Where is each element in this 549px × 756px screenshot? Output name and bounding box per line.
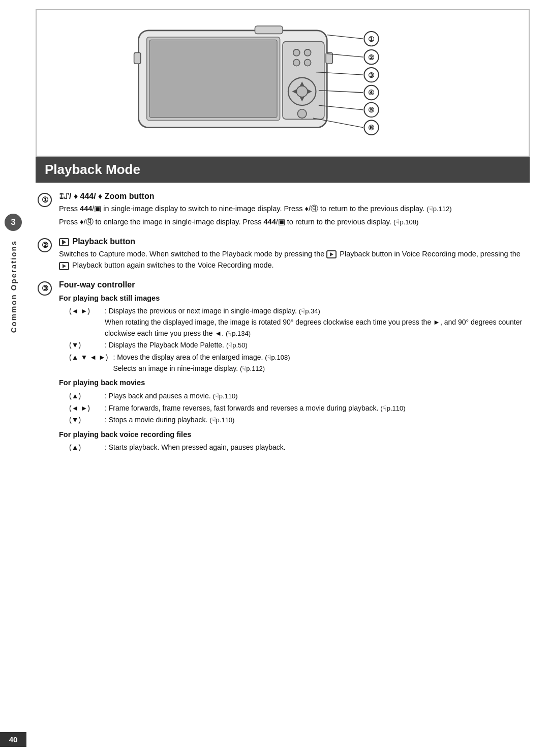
playback-inline-icon-1	[326, 250, 337, 258]
svg-rect-2	[149, 40, 277, 118]
sub-item-desc-stop: : Stops a movie during playback. (☟p.110…	[105, 415, 234, 426]
sub-item-desc-frame: : Frame forwards, frame reverses, fast f…	[105, 403, 406, 414]
section-item-playback: ② Playback button Switches to Capture mo…	[38, 237, 528, 273]
item-title-fourway: Four-way controller	[59, 280, 528, 289]
svg-text:⑥: ⑥	[368, 124, 375, 132]
section-item-fourway: ③ Four-way controller For playing back s…	[38, 280, 528, 454]
play-triangle-icon	[62, 240, 66, 245]
sub-item-all: (▲ ▼ ◄ ►) : Moves the display area of th…	[59, 352, 528, 374]
sub-heading-still: For playing back still images	[59, 293, 528, 304]
svg-point-14	[297, 109, 306, 118]
sub-item-voice-play: (▲) : Starts playback. When pressed agai…	[59, 442, 528, 453]
sidebar-chapter-label: Common Operations	[9, 240, 18, 333]
sub-item-key-down: (▼)	[69, 340, 100, 351]
sub-item-desc-all: : Moves the display area of the enlarged…	[113, 352, 290, 374]
item-body-playback: Playback button Switches to Capture mode…	[59, 237, 528, 273]
sidebar-chapter-number: 3	[5, 214, 22, 231]
svg-point-7	[304, 60, 311, 66]
item-title-zoom: ⑄⑀/ ♦ 444/ ♦ Zoom button	[59, 192, 528, 201]
sub-item-key-frame: (◄ ►)	[69, 403, 100, 414]
sub-item-key-stop: (▼)	[69, 415, 100, 426]
svg-point-5	[304, 49, 311, 56]
svg-text:④: ④	[368, 89, 375, 97]
sub-item-frame: (◄ ►) : Frame forwards, frame reverses, …	[59, 403, 528, 414]
sidebar: 3 Common Operations 40	[0, 0, 26, 756]
item-title-playback: Playback button	[59, 237, 528, 246]
svg-text:②: ②	[368, 53, 375, 62]
svg-point-4	[293, 49, 300, 56]
item-body-fourway: Four-way controller For playing back sti…	[59, 280, 528, 454]
sub-heading-voice: For playing back voice recording files	[59, 429, 528, 440]
sub-item-stop: (▼) : Stops a movie during playback. (☟p…	[59, 415, 528, 426]
sub-item-desc-down: : Displays the Playback Mode Palette. (☟…	[105, 340, 248, 351]
playback-btn-icon	[59, 238, 69, 246]
camera-diagram: ① ② ③ ④ ⑤ ⑥	[36, 9, 530, 157]
page-number: 40	[0, 732, 26, 747]
sub-item-play-movie: (▲) : Plays back and pauses a movie. (☟p…	[59, 391, 528, 402]
sub-heading-movies: For playing back movies	[59, 377, 528, 388]
svg-text:⑤: ⑤	[368, 106, 375, 114]
item-number-1: ①	[38, 193, 52, 207]
item-body-zoom: ⑄⑀/ ♦ 444/ ♦ Zoom button Press 444/▣ in …	[59, 192, 528, 230]
item-text-fourway: For playing back still images (◄ ►) : Di…	[59, 293, 528, 453]
sub-item-desc-voice-play: : Starts playback. When pressed again, p…	[105, 442, 286, 453]
sub-item-key-all: (▲ ▼ ◄ ►)	[69, 352, 108, 374]
playback-inline-icon-2	[59, 262, 69, 270]
sub-item-key-lr: (◄ ►)	[69, 306, 100, 339]
play-triangle-small-icon-2	[63, 264, 66, 268]
item-number-3: ③	[38, 281, 52, 296]
playback-button-label: Playback button	[72, 237, 135, 246]
main-content: ① ② ③ ④ ⑤ ⑥ Playback Mode	[26, 0, 549, 756]
sub-item-lr: (◄ ►) : Displays the previous or next im…	[59, 306, 528, 339]
sub-item-down: (▼) : Displays the Playback Mode Palette…	[59, 340, 528, 351]
svg-text:①: ①	[368, 35, 375, 43]
item-text-playback: Switches to Capture mode. When switched …	[59, 248, 528, 271]
svg-rect-15	[255, 26, 283, 34]
section-title: Playback Mode	[45, 162, 140, 177]
play-triangle-small-icon	[330, 252, 333, 256]
svg-point-6	[293, 60, 300, 66]
sub-item-desc-lr: : Displays the previous or next image in…	[105, 306, 528, 339]
item-number-2: ②	[38, 238, 52, 252]
svg-text:③: ③	[368, 71, 375, 79]
sub-item-desc-play-movie: : Plays back and pauses a movie. (☟p.110…	[105, 391, 238, 402]
camera-svg: ① ② ③ ④ ⑤ ⑥	[105, 19, 461, 141]
svg-point-9	[296, 86, 308, 97]
item-text-zoom: Press 444/▣ in single-image display to s…	[59, 203, 528, 228]
section-item-zoom: ① ⑄⑀/ ♦ 444/ ♦ Zoom button Press 444/▣ i…	[38, 192, 528, 230]
sub-item-key-voice-play: (▲)	[69, 442, 100, 453]
zoom-icon-symbol: ⑄⑀/ ♦	[59, 192, 78, 200]
section-header: Playback Mode	[36, 157, 530, 183]
sub-item-key-play-movie: (▲)	[69, 391, 100, 402]
svg-line-18	[327, 35, 363, 39]
svg-rect-16	[134, 52, 141, 64]
content-sections: ① ⑄⑀/ ♦ 444/ ♦ Zoom button Press 444/▣ i…	[36, 192, 530, 461]
diagram-container: ① ② ③ ④ ⑤ ⑥	[105, 19, 461, 141]
